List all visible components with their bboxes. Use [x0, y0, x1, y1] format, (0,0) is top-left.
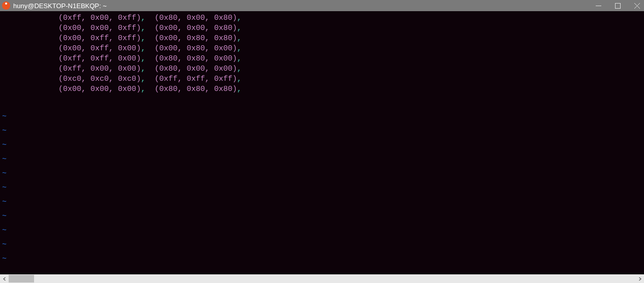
code-line: (0xff, 0x00, 0x00), (0x80, 0x00, 0x00), — [0, 64, 644, 74]
close-button[interactable] — [632, 1, 642, 11]
vim-empty-line: ~ — [0, 252, 644, 266]
scroll-track[interactable] — [9, 274, 635, 283]
code-line: (0x00, 0x00, 0x00), (0x80, 0x80, 0x80), — [0, 84, 644, 95]
window-title: huny@DESKTOP-N1EBKQP: ~ — [13, 2, 593, 10]
vim-empty-line: ~ — [0, 238, 644, 252]
scroll-right-arrow[interactable] — [635, 274, 644, 283]
scroll-thumb[interactable] — [9, 275, 34, 282]
vim-empty-line: ~ — [0, 110, 644, 124]
ubuntu-icon — [2, 2, 10, 10]
titlebar: huny@DESKTOP-N1EBKQP: ~ — [0, 0, 644, 11]
vim-empty-line: ~ — [0, 224, 644, 238]
scroll-left-arrow[interactable] — [0, 274, 9, 283]
terminal-viewport[interactable]: (0xff, 0x00, 0xff), (0x80, 0x00, 0x80),(… — [0, 11, 644, 274]
vim-empty-line: ~ — [0, 138, 644, 152]
code-line: (0xc0, 0xc0, 0xc0), (0xff, 0xff, 0xff), — [0, 74, 644, 84]
maximize-button[interactable] — [612, 1, 623, 11]
code-area: (0xff, 0x00, 0xff), (0x80, 0x00, 0x80),(… — [0, 13, 644, 95]
vim-empty-line: ~ — [0, 124, 644, 138]
code-line: (0x00, 0xff, 0x00), (0x00, 0x80, 0x00), — [0, 44, 644, 54]
vim-empty-line: ~ — [0, 195, 644, 209]
vim-empty-line: ~ — [0, 181, 644, 195]
minimize-button[interactable] — [593, 1, 603, 11]
horizontal-scrollbar[interactable] — [0, 274, 644, 283]
svg-rect-1 — [615, 3, 620, 8]
window-controls — [593, 1, 642, 11]
vim-tildes: ~~~~~~~~~~~ — [0, 110, 644, 266]
code-line: (0xff, 0xff, 0x00), (0x80, 0x80, 0x00), — [0, 54, 644, 64]
vim-empty-line: ~ — [0, 167, 644, 181]
vim-empty-line: ~ — [0, 152, 644, 167]
vim-empty-line: ~ — [0, 209, 644, 224]
code-line: (0x00, 0x00, 0xff), (0x00, 0x00, 0x80), — [0, 23, 644, 34]
code-line: (0x00, 0xff, 0xff), (0x00, 0x80, 0x80), — [0, 34, 644, 44]
code-line: (0xff, 0x00, 0xff), (0x80, 0x00, 0x80), — [0, 13, 644, 23]
